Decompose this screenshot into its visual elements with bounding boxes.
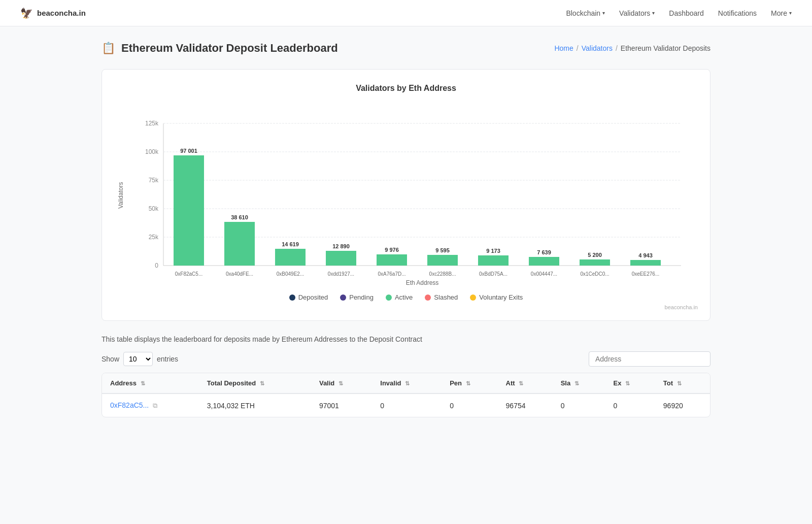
col-sla: Sla ⇅ (553, 373, 605, 394)
legend-pending-label: Pending (349, 293, 374, 301)
deposited-dot (289, 294, 295, 301)
chart-y-label: Validators (114, 103, 124, 287)
chart-card: Validators by Eth Address Validators 125… (101, 69, 710, 321)
col-valid-label: Valid (319, 379, 334, 387)
row-address-link[interactable]: 0xF82aC5... (110, 401, 149, 409)
brand-name: beaconcha.in (37, 9, 86, 17)
col-att-label: Att (506, 379, 515, 387)
bar-9 (630, 260, 661, 266)
chart-area: Validators 125k 100k 75k (114, 103, 698, 287)
col-total-deposited-label: Total Deposited (207, 379, 256, 387)
svg-text:38 610: 38 610 (231, 214, 248, 220)
legend-pending: Pending (340, 293, 374, 301)
svg-text:5 200: 5 200 (588, 252, 602, 258)
row-tot: 96920 (655, 394, 710, 417)
table-row: 0xF82aC5... ⧉ 3,104,032 ETH 97001 0 0 96… (102, 394, 710, 417)
legend-deposited-label: Deposited (298, 293, 328, 301)
nav-validators[interactable]: Validators ▾ (619, 9, 655, 17)
col-pen-label: Pen (450, 379, 462, 387)
show-entries: Show 10 25 50 100 entries (101, 352, 178, 366)
svg-text:0xeEE276...: 0xeEE276... (632, 271, 659, 277)
row-valid: 97001 (311, 394, 372, 417)
svg-text:0x1CeDC0...: 0x1CeDC0... (580, 271, 609, 277)
entries-select[interactable]: 10 25 50 100 (123, 352, 153, 366)
table-card: Address ⇅ Total Deposited ⇅ Valid ⇅ Inva… (101, 373, 710, 417)
sort-icon-pen[interactable]: ⇅ (466, 380, 470, 386)
svg-text:Eth Address: Eth Address (406, 279, 439, 286)
svg-text:7 639: 7 639 (537, 249, 551, 255)
nav-dashboard[interactable]: Dashboard (669, 9, 704, 17)
col-address: Address ⇅ (102, 373, 199, 394)
svg-text:50k: 50k (149, 205, 159, 212)
svg-text:0xa40dFE...: 0xa40dFE... (226, 271, 253, 277)
col-total-deposited: Total Deposited ⇅ (199, 373, 311, 394)
page-title: Ethereum Validator Deposit Leaderboard (121, 42, 338, 55)
bar-2 (275, 249, 306, 266)
legend-active: Active (386, 293, 413, 301)
bar-1 (224, 222, 255, 266)
chevron-down-icon: ▾ (652, 10, 655, 16)
legend-slashed: Slashed (425, 293, 458, 301)
col-ex-label: Ex (614, 379, 622, 387)
legend-active-label: Active (395, 293, 413, 301)
bar-chart-svg: 125k 100k 75k 50k 25k 0 (126, 103, 698, 286)
svg-text:97 001: 97 001 (180, 148, 197, 154)
nav-blockchain[interactable]: Blockchain ▾ (566, 9, 605, 17)
nav-links: Blockchain ▾ Validators ▾ Dashboard Noti… (566, 9, 792, 17)
brand[interactable]: 🦅 beaconcha.in (20, 7, 86, 19)
sort-icon-address[interactable]: ⇅ (141, 380, 145, 386)
svg-text:0xA76a7D...: 0xA76a7D... (378, 271, 405, 277)
col-tot-label: Tot (663, 379, 673, 387)
svg-text:9 976: 9 976 (385, 247, 399, 253)
slashed-dot (425, 294, 431, 301)
chart-main: 125k 100k 75k 50k 25k 0 (126, 103, 698, 287)
address-search-input[interactable] (589, 351, 710, 367)
svg-text:125k: 125k (145, 120, 159, 127)
col-tot: Tot ⇅ (655, 373, 710, 394)
row-sla: 0 (553, 394, 605, 417)
nav-notifications[interactable]: Notifications (718, 9, 757, 17)
brand-icon: 🦅 (20, 7, 33, 19)
bar-4 (377, 254, 407, 266)
col-ex: Ex ⇅ (605, 373, 655, 394)
breadcrumb-validators[interactable]: Validators (582, 44, 613, 52)
nav-more[interactable]: More ▾ (771, 9, 792, 17)
bar-8 (580, 259, 610, 266)
breadcrumb-sep1: / (577, 44, 579, 52)
svg-text:0x004447...: 0x004447... (531, 271, 557, 277)
sort-icon-valid[interactable]: ⇅ (339, 380, 343, 386)
svg-text:0: 0 (155, 262, 158, 269)
svg-text:0xdd1927...: 0xdd1927... (328, 271, 354, 277)
legend-slashed-label: Slashed (434, 293, 458, 301)
svg-text:9 595: 9 595 (435, 247, 450, 253)
copy-icon[interactable]: ⧉ (153, 402, 157, 409)
show-label: Show (101, 355, 119, 363)
breadcrumb-home[interactable]: Home (554, 44, 573, 52)
svg-text:4 943: 4 943 (638, 252, 653, 258)
active-dot (386, 294, 392, 301)
legend-deposited: Deposited (289, 293, 328, 301)
sort-icon-total-deposited[interactable]: ⇅ (260, 380, 264, 386)
nav-dashboard-label: Dashboard (669, 9, 704, 17)
bar-0 (174, 155, 204, 266)
svg-text:0xBdD75A...: 0xBdD75A... (479, 271, 507, 277)
svg-text:25k: 25k (149, 234, 159, 241)
table-body: 0xF82aC5... ⧉ 3,104,032 ETH 97001 0 0 96… (102, 394, 710, 417)
leaderboard-table: Address ⇅ Total Deposited ⇅ Valid ⇅ Inva… (102, 373, 710, 417)
sort-icon-tot[interactable]: ⇅ (677, 380, 682, 386)
sort-icon-sla[interactable]: ⇅ (574, 380, 579, 386)
sort-icon-ex[interactable]: ⇅ (625, 380, 630, 386)
table-controls: Show 10 25 50 100 entries (101, 351, 710, 367)
nav-more-label: More (771, 9, 787, 17)
chevron-down-icon: ▾ (789, 10, 792, 16)
sort-icon-invalid[interactable]: ⇅ (405, 380, 410, 386)
page-header: 📋 Ethereum Validator Deposit Leaderboard… (101, 42, 710, 55)
nav-notifications-label: Notifications (718, 9, 757, 17)
svg-text:9 173: 9 173 (486, 248, 500, 254)
col-address-label: Address (110, 379, 137, 387)
bar-7 (529, 257, 559, 266)
sort-icon-att[interactable]: ⇅ (519, 380, 523, 386)
chevron-down-icon: ▾ (602, 10, 605, 16)
breadcrumb-current: Ethereum Validator Deposits (621, 44, 710, 52)
chart-legend: Deposited Pending Active Slashed Volunta… (114, 293, 698, 301)
